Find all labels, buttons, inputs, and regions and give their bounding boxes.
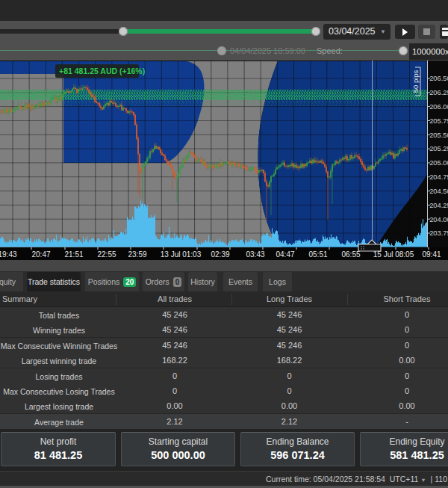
svg-text:205.75: 205.75	[429, 117, 448, 125]
svg-text:13 Jul 01:03: 13 Jul 01:03	[161, 250, 202, 259]
svg-text:204.50: 204.50	[429, 188, 448, 195]
svg-text:20:47: 20:47	[31, 250, 50, 259]
svg-text:204.25: 204.25	[429, 202, 448, 209]
svg-text:05:51: 05:51	[308, 250, 327, 259]
svg-text:205.50: 205.50	[429, 132, 448, 139]
svg-text:02:39: 02:39	[211, 250, 229, 259]
svg-text:206.25: 206.25	[429, 89, 448, 96]
svg-text:205.25: 205.25	[429, 145, 448, 152]
svg-text:21:51: 21:51	[64, 250, 83, 259]
svg-text:203.75: 203.75	[429, 229, 448, 237]
svg-text:206.50: 206.50	[429, 75, 448, 82]
svg-text:19:43: 19:43	[0, 250, 17, 259]
svg-text:03:43: 03:43	[246, 250, 264, 259]
svg-text:206.00: 206.00	[429, 103, 448, 111]
svg-text:204.75: 204.75	[429, 173, 448, 181]
svg-text:09:41: 09:41	[422, 250, 441, 259]
svg-text:04:47: 04:47	[276, 250, 294, 259]
svg-text:204.00: 204.00	[429, 216, 448, 223]
svg-text:23:59: 23:59	[128, 250, 146, 259]
svg-text:06:55: 06:55	[341, 250, 360, 259]
svg-text:+81 481.25 AUD (+16%): +81 481.25 AUD (+16%)	[59, 67, 145, 75]
svg-text:205.00: 205.00	[429, 159, 448, 167]
svg-text:22:55: 22:55	[97, 250, 116, 259]
svg-text:50 pips: 50 pips	[411, 70, 420, 93]
